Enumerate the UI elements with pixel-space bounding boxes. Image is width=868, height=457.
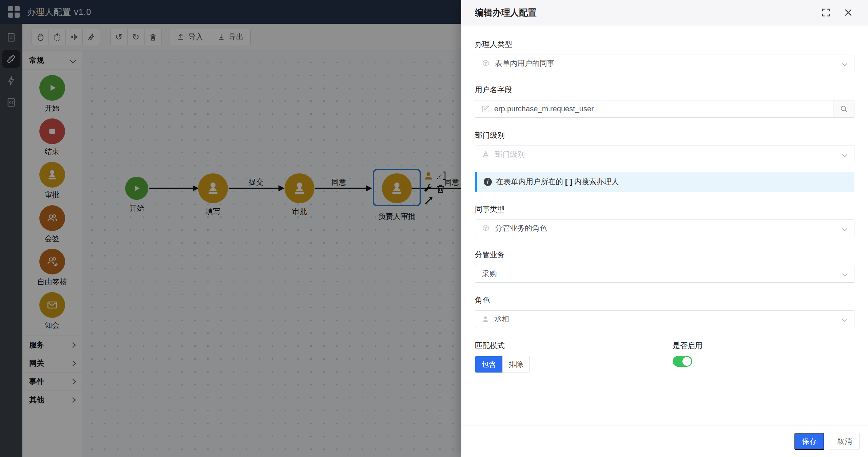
chevron-down-icon: [842, 152, 848, 157]
enabled-toggle[interactable]: [673, 356, 692, 367]
chevron-down-icon: [842, 271, 848, 277]
info-banner: i 在表单内用户所在的 [ ] 内搜索办理人: [475, 172, 854, 192]
chevron-down-icon: [842, 226, 848, 231]
handler-type-label: 办理人类型: [475, 39, 854, 50]
field-search-button[interactable]: [833, 100, 854, 117]
search-icon: [840, 104, 848, 113]
edit-handler-drawer: 编辑办理人配置 办理人类型 表单内用户的同事 用户名字段: [461, 0, 868, 457]
username-field-input[interactable]: erp.purchase_m.request_user: [475, 100, 854, 118]
save-button[interactable]: 保存: [794, 433, 824, 450]
banner-highlight: [ ]: [565, 177, 572, 186]
role-label: 角色: [475, 295, 854, 305]
drawer-footer: 保存 取消: [461, 425, 868, 457]
role-select[interactable]: 丞相: [475, 310, 854, 328]
match-mode-group: 包含 排除: [475, 356, 530, 373]
banner-prefix: 在表单内用户所在的: [496, 177, 563, 187]
fullscreen-button[interactable]: [820, 6, 832, 19]
handler-type-value: 表单内用户的同事: [495, 58, 843, 69]
close-icon: [843, 7, 853, 18]
handler-type-select[interactable]: 表单内用户的同事: [475, 55, 854, 72]
match-mode-label: 匹配模式: [475, 341, 673, 351]
workflow-designer-screen: 办理人配置 v1.0: [0, 0, 868, 457]
colleague-type-select[interactable]: 分管业务的角色: [475, 220, 854, 237]
business-select[interactable]: 采购: [475, 265, 854, 283]
business-value: 采购: [482, 269, 843, 279]
cancel-button[interactable]: 取消: [830, 433, 860, 450]
fullscreen-icon: [821, 7, 831, 18]
match-mode-exclude[interactable]: 排除: [502, 356, 529, 373]
drawer-header: 编辑办理人配置: [461, 0, 868, 25]
dept-level-placeholder: 部门级别: [495, 149, 843, 159]
close-button[interactable]: [842, 6, 854, 19]
enabled-label: 是否启用: [673, 341, 854, 351]
banner-suffix: 内搜索办理人: [574, 177, 619, 187]
colleague-type-label: 同事类型: [475, 204, 854, 214]
cube-icon: [481, 59, 490, 68]
business-label: 分管业务: [475, 250, 854, 260]
edit-icon: [481, 105, 489, 113]
drawer-title: 编辑办理人配置: [475, 7, 810, 19]
info-icon: i: [484, 178, 492, 186]
drawer-body: 办理人类型 表单内用户的同事 用户名字段 erp.purchase_m.requ…: [461, 25, 868, 425]
role-value: 丞相: [494, 314, 843, 324]
dept-level-label: 部门级别: [475, 130, 854, 140]
toggle-knob: [682, 357, 691, 366]
level-pyramid-icon: [481, 150, 490, 159]
cube-icon: [481, 224, 490, 233]
match-enable-row: 匹配模式 包含 排除 是否启用: [475, 328, 854, 373]
username-field-value: erp.purchase_m.request_user: [494, 104, 833, 113]
person-icon: [481, 315, 489, 323]
chevron-down-icon: [842, 61, 848, 66]
username-field-label: 用户名字段: [475, 85, 854, 95]
drawer-mask[interactable]: [0, 0, 461, 457]
colleague-type-value: 分管业务的角色: [495, 223, 843, 233]
dept-level-select[interactable]: 部门级别: [475, 146, 854, 163]
chevron-down-icon: [842, 317, 848, 322]
match-mode-include[interactable]: 包含: [475, 356, 502, 373]
